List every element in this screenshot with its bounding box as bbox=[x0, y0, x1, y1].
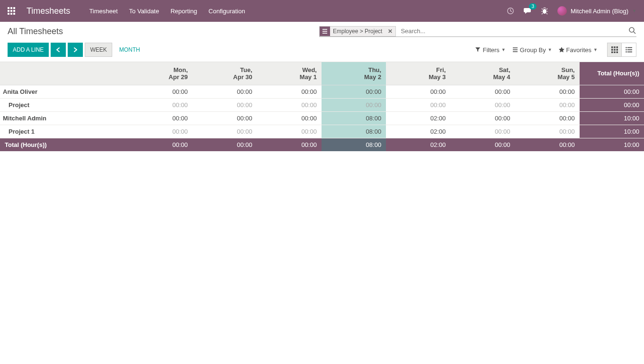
footer-cell: 00:00 bbox=[193, 138, 257, 151]
svg-rect-19 bbox=[611, 46, 613, 48]
search-input[interactable] bbox=[398, 26, 628, 36]
svg-rect-29 bbox=[627, 47, 632, 48]
svg-rect-5 bbox=[13, 10, 15, 12]
groupby-menu[interactable]: Group By ▼ bbox=[512, 46, 552, 54]
time-cell[interactable]: 00:00 bbox=[128, 125, 192, 138]
prev-button[interactable] bbox=[51, 43, 66, 57]
time-cell[interactable]: 00:00 bbox=[450, 125, 515, 138]
group-cell: 00:00 bbox=[128, 85, 192, 98]
group-cell: 00:00 bbox=[450, 111, 515, 125]
time-cell[interactable]: 08:00 bbox=[322, 125, 386, 138]
svg-rect-33 bbox=[627, 52, 632, 53]
time-cell[interactable]: 00:00 bbox=[450, 98, 515, 111]
search-icon[interactable] bbox=[628, 27, 636, 36]
svg-rect-22 bbox=[611, 49, 613, 51]
search-facet: Employee > Project ✕ bbox=[319, 26, 396, 36]
footer-cell: 00:00 bbox=[450, 138, 515, 151]
svg-point-32 bbox=[626, 51, 627, 53]
nav-link-timesheet[interactable]: Timesheet bbox=[89, 8, 117, 15]
scale-week-button[interactable]: WEEK bbox=[85, 43, 112, 57]
activity-icon[interactable] bbox=[506, 7, 515, 15]
facet-label: Employee > Project bbox=[330, 28, 385, 35]
group-cell: 00:00 bbox=[257, 85, 322, 98]
view-list-button[interactable] bbox=[622, 43, 636, 56]
row-label: Project bbox=[0, 98, 128, 111]
group-cell: 00:00 bbox=[515, 85, 580, 98]
time-cell[interactable]: 00:00 bbox=[193, 98, 257, 111]
debug-icon[interactable] bbox=[540, 7, 549, 15]
svg-rect-25 bbox=[611, 52, 613, 54]
group-total: 00:00 bbox=[580, 85, 644, 98]
group-row[interactable]: Anita Oliver00:0000:0000:0000:0000:0000:… bbox=[0, 85, 644, 98]
time-cell[interactable]: 00:00 bbox=[193, 125, 257, 138]
chevron-down-icon: ▼ bbox=[548, 47, 552, 52]
svg-point-10 bbox=[543, 9, 546, 14]
conversations-icon[interactable]: 3 bbox=[523, 7, 532, 15]
svg-rect-0 bbox=[8, 7, 9, 9]
time-cell[interactable]: 00:00 bbox=[386, 98, 450, 111]
group-cell: 02:00 bbox=[386, 111, 450, 125]
svg-rect-20 bbox=[614, 46, 616, 48]
next-button[interactable] bbox=[68, 43, 83, 57]
nav-link-configuration[interactable]: Configuration bbox=[208, 8, 245, 15]
nav-link-to-validate[interactable]: To Validate bbox=[129, 8, 159, 15]
user-label: Mitchell Admin (Blog) bbox=[571, 8, 628, 15]
user-menu[interactable]: Mitchell Admin (Blog) ▼ bbox=[557, 6, 636, 16]
favorites-label: Favorites bbox=[566, 46, 591, 54]
chevron-down-icon: ▼ bbox=[593, 47, 598, 52]
svg-rect-26 bbox=[614, 52, 616, 54]
day-header: Fri,May 3 bbox=[386, 62, 450, 85]
grid-header: Mon,Apr 29Tue,Apr 30Wed,May 1Thu,May 2Fr… bbox=[0, 62, 644, 85]
group-label: Anita Oliver bbox=[0, 85, 128, 98]
group-row[interactable]: Mitchell Admin00:0000:0000:0008:0002:000… bbox=[0, 111, 644, 125]
row-label: Project 1 bbox=[0, 125, 128, 138]
footer-label: Total (Hour(s)) bbox=[0, 138, 128, 151]
search-bar: Employee > Project ✕ bbox=[319, 26, 636, 37]
timesheet-grid: Mon,Apr 29Tue,Apr 30Wed,May 1Thu,May 2Fr… bbox=[0, 62, 644, 151]
group-cell: 00:00 bbox=[128, 111, 192, 125]
time-cell[interactable]: 00:00 bbox=[257, 98, 322, 111]
view-switcher bbox=[607, 43, 636, 57]
view-grid-button[interactable] bbox=[608, 43, 622, 56]
chevron-down-icon: ▼ bbox=[501, 47, 506, 52]
svg-rect-2 bbox=[13, 7, 15, 9]
svg-point-28 bbox=[626, 47, 627, 48]
footer-cell: 08:00 bbox=[322, 138, 386, 151]
group-cell: 00:00 bbox=[193, 85, 257, 98]
footer-cell: 00:00 bbox=[128, 138, 192, 151]
time-cell[interactable]: 00:00 bbox=[515, 98, 580, 111]
day-header: Sat,May 4 bbox=[450, 62, 515, 85]
grid-corner bbox=[0, 62, 128, 85]
time-cell[interactable]: 00:00 bbox=[515, 125, 580, 138]
group-label: Mitchell Admin bbox=[0, 111, 128, 125]
day-header: Thu,May 2 bbox=[322, 62, 386, 85]
list-icon bbox=[320, 27, 330, 36]
avatar bbox=[557, 6, 567, 16]
favorites-menu[interactable]: Favorites ▼ bbox=[559, 46, 598, 54]
scale-month-button[interactable]: MONTH bbox=[114, 43, 145, 57]
day-header: Sun,May 5 bbox=[515, 62, 580, 85]
add-line-button[interactable]: ADD A LINE bbox=[8, 43, 49, 57]
group-cell: 08:00 bbox=[322, 111, 386, 125]
facet-remove[interactable]: ✕ bbox=[385, 28, 395, 35]
svg-point-14 bbox=[629, 27, 634, 32]
svg-point-30 bbox=[626, 49, 627, 51]
time-cell[interactable]: 02:00 bbox=[386, 125, 450, 138]
filters-menu[interactable]: Filters ▼ bbox=[475, 46, 505, 54]
time-cell[interactable]: 00:00 bbox=[322, 98, 386, 111]
svg-rect-24 bbox=[616, 49, 618, 51]
group-total: 10:00 bbox=[580, 111, 644, 125]
time-cell[interactable]: 00:00 bbox=[257, 125, 322, 138]
total-header: Total (Hour(s)) bbox=[580, 62, 644, 85]
group-cell: 00:00 bbox=[322, 85, 386, 98]
svg-rect-6 bbox=[8, 13, 9, 15]
svg-rect-23 bbox=[614, 49, 616, 51]
apps-icon[interactable] bbox=[8, 7, 15, 15]
nav-link-reporting[interactable]: Reporting bbox=[170, 8, 197, 15]
svg-rect-31 bbox=[627, 49, 632, 50]
brand-title[interactable]: Timesheets bbox=[27, 6, 70, 16]
time-cell[interactable]: 00:00 bbox=[128, 98, 192, 111]
table-row: Project 100:0000:0000:0008:0002:0000:000… bbox=[0, 125, 644, 138]
page-title: All Timesheets bbox=[8, 27, 63, 36]
day-header: Tue,Apr 30 bbox=[193, 62, 257, 85]
